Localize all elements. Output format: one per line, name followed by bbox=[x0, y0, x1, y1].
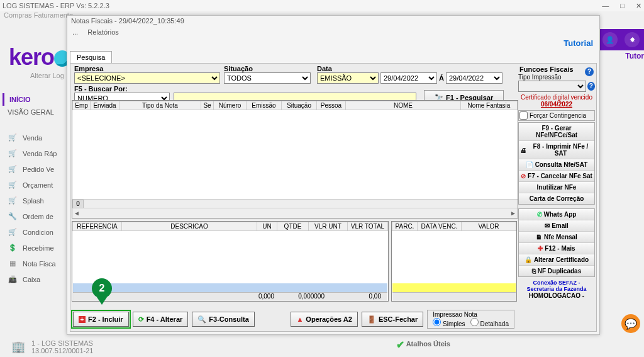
impressao-label: Impressao Nota bbox=[433, 311, 509, 318]
items-grid[interactable]: REFERENCIA DESCRICAO UN QTDE VLR UNT VLR… bbox=[72, 221, 389, 302]
atalhos-uteis[interactable]: ✔ Atalhos Úteis bbox=[396, 339, 450, 351]
step-callout: 2 bbox=[91, 278, 113, 305]
parcelas-grid[interactable]: PARC. DATA VENC. VALOR bbox=[391, 221, 517, 302]
cart-icon: 🛒 bbox=[8, 181, 18, 189]
empresa-select[interactable]: <SELECIONE> bbox=[74, 72, 220, 84]
nfe-mensal-button[interactable]: 🗎Nfe Mensal bbox=[519, 232, 594, 243]
radio-detalhada[interactable]: Detalhada bbox=[470, 318, 509, 327]
menu-splash[interactable]: 🛒Splash bbox=[5, 193, 68, 208]
footer-company: 🏢 1 - LOG SISTEMAS 13.007.512/0001-21 bbox=[11, 339, 93, 354]
cart-icon: 🛒 bbox=[8, 133, 18, 142]
table-header-row: REFERENCIA DESCRICAO UN QTDE VLR UNT VLR… bbox=[73, 222, 388, 231]
radio-simples[interactable]: Simples bbox=[433, 318, 465, 327]
situacao-select[interactable]: TODOS bbox=[224, 72, 311, 84]
cart-icon: 🛒 bbox=[8, 165, 18, 173]
alterar-button[interactable]: ⟳F4 - Alterar bbox=[133, 312, 189, 327]
empresa-label: Empresa bbox=[74, 65, 220, 72]
close-icon[interactable]: ✕ bbox=[636, 2, 641, 10]
data-tipo-select[interactable]: EMISSÃO bbox=[317, 72, 379, 84]
company-name: 1 - LOG SISTEMAS bbox=[31, 339, 93, 347]
gerar-nfe-button[interactable]: F9 - Gerar NFe/NFCe/Sat bbox=[519, 123, 594, 141]
nav-visao-geral[interactable]: VISÃO GERAL bbox=[3, 106, 65, 118]
consulta-nfe-button[interactable]: 📄Consulta Nfe/SAT bbox=[519, 159, 594, 171]
notas-fiscais-dialog: Notas Fiscais - 29/04/2022_10:35:49 ... … bbox=[67, 15, 600, 335]
nav-inicio[interactable]: INÍCIO bbox=[3, 93, 65, 106]
menu-pedido[interactable]: 🛒Pedido Ve bbox=[5, 161, 68, 177]
data-inicio[interactable]: 29/04/2022 bbox=[380, 72, 437, 84]
outer-title-bar: LOG SISTEMAS - ERP Vs: 5.2.2.3 — □ ✕ bbox=[0, 0, 644, 11]
data-a-label: Á bbox=[439, 74, 444, 82]
cart-icon: 🛒 bbox=[8, 196, 18, 205]
check-icon: ✔ bbox=[396, 339, 404, 350]
data-fim[interactable]: 29/04/2022 bbox=[446, 72, 502, 84]
pointer-icon bbox=[97, 297, 107, 305]
tipo-impressao-select[interactable] bbox=[518, 81, 586, 92]
whatsapp-icon: ✆ bbox=[537, 211, 542, 218]
chevron-left-icon[interactable]: ◄ bbox=[74, 210, 80, 217]
forcar-contingencia-check[interactable]: Forçar Contingencia bbox=[518, 110, 595, 121]
company-cnpj: 13.007.512/0001-21 bbox=[31, 347, 93, 354]
calendar-icon: 🗎 bbox=[536, 234, 542, 241]
consulta-button[interactable]: 🔍F3-Consulta bbox=[192, 312, 255, 327]
table-header-row: PARC. DATA VENC. VALOR bbox=[392, 222, 516, 231]
money-icon: 💲 bbox=[8, 244, 18, 252]
cart-icon: 🛒 bbox=[8, 149, 18, 157]
menu-venda-rapida[interactable]: 🛒Venda Ráp bbox=[5, 145, 68, 161]
carta-correcao-button[interactable]: Carta de Correção bbox=[519, 193, 594, 204]
maximize-icon[interactable]: □ bbox=[620, 2, 625, 10]
menu-orcamento[interactable]: 🛒Orçament bbox=[5, 177, 68, 193]
homologacao-label: HOMOLOGACAO - bbox=[518, 292, 595, 299]
menu-ordem[interactable]: 🔧Ordem de bbox=[5, 208, 68, 224]
menu-recebimento[interactable]: 💲Recebime bbox=[5, 240, 68, 256]
inutilizar-nfe-button[interactable]: Inutilizar NFe bbox=[519, 182, 594, 193]
f12-mais-button[interactable]: ✚F12 - Mais bbox=[519, 243, 594, 254]
dialog-menu-more[interactable]: ... bbox=[72, 28, 78, 36]
tutorial-link[interactable]: Tutorial bbox=[564, 38, 593, 48]
doc-icon: 📄 bbox=[526, 161, 533, 168]
cancelar-nfe-button[interactable]: ⊘F7 - Cancelar NFe Sat bbox=[519, 171, 594, 182]
alterar-cert-button[interactable]: 🔒Alterar Certificado bbox=[519, 254, 594, 266]
copy-icon: ⎘ bbox=[532, 268, 536, 275]
cashbox-icon: 📠 bbox=[8, 275, 18, 283]
cancel-icon: ⊘ bbox=[521, 173, 526, 179]
whatsapp-button[interactable]: ✆Whats App bbox=[519, 209, 594, 220]
tab-pesquisa[interactable]: Pesquisa bbox=[70, 51, 112, 63]
imprimir-nfe-button[interactable]: 🖨F8 - Imprimir NFe / SAT bbox=[519, 141, 594, 159]
step-number: 2 bbox=[92, 278, 112, 298]
search-icon: 🔍 bbox=[197, 315, 206, 324]
data-label: Data bbox=[317, 65, 512, 72]
menu-nota-fiscal[interactable]: ▦Nota Fisca bbox=[5, 256, 68, 271]
chevron-right-icon[interactable]: ► bbox=[510, 210, 516, 217]
selected-row bbox=[73, 283, 387, 292]
help-icon[interactable]: ? bbox=[587, 82, 595, 91]
invoice-icon: ▦ bbox=[8, 259, 18, 268]
brand-logo: kero bbox=[9, 44, 70, 71]
operacoes-button[interactable]: ▲Operações A2 bbox=[291, 312, 357, 327]
notas-grid[interactable]: Emp Enviada Tipo da Nota Se Número Emiss… bbox=[72, 100, 518, 218]
chat-bubble-icon[interactable]: 💬 bbox=[621, 314, 640, 333]
window-title: LOG SISTEMAS - ERP Vs: 5.2.2.3 bbox=[3, 2, 109, 9]
forcar-checkbox[interactable] bbox=[519, 111, 528, 120]
menu-caixa[interactable]: 📠Caixa bbox=[5, 271, 68, 287]
nf-duplicadas-button[interactable]: ⎘NF Duplicadas bbox=[519, 266, 594, 276]
printer-icon: 🖨 bbox=[520, 147, 526, 154]
incluir-button[interactable]: +F2 - Incluir bbox=[73, 312, 129, 327]
gear-icon[interactable]: ✸ bbox=[625, 32, 640, 47]
brand-sublabel[interactable]: Alterar Log bbox=[30, 72, 64, 79]
refresh-icon: ⟳ bbox=[138, 315, 144, 324]
dialog-menu-relatorios[interactable]: Relatórios bbox=[87, 28, 119, 36]
user-icon[interactable]: 👤 bbox=[602, 32, 618, 47]
tutor-link[interactable]: Tutor bbox=[625, 52, 644, 60]
buscar-label: F5 - Buscar Por: bbox=[74, 85, 170, 93]
h-scrollbar[interactable]: ◄► bbox=[72, 208, 518, 218]
menu-condicionais[interactable]: 🛒Condicion bbox=[5, 224, 68, 240]
menu-venda[interactable]: 🛒Venda bbox=[5, 130, 68, 145]
minimize-icon[interactable]: — bbox=[602, 2, 609, 10]
fechar-button[interactable]: 🚪ESC-Fechar bbox=[362, 312, 423, 327]
door-icon: 🚪 bbox=[367, 315, 376, 324]
building-icon: 🏢 bbox=[11, 340, 25, 354]
impressao-nota-group: Impressao Nota Simples Detalhada bbox=[427, 310, 514, 329]
email-button[interactable]: ✉Email bbox=[519, 220, 594, 232]
sefaz-label: Conexão SEFAZ -Secretaria da Fazenda bbox=[518, 280, 595, 292]
header-actions: 👤 ✸ bbox=[600, 29, 644, 50]
